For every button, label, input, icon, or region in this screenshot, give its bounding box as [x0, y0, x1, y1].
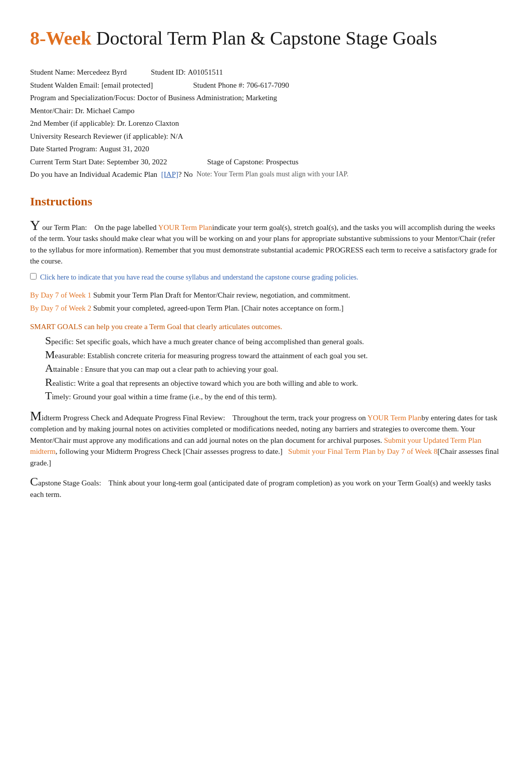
- second-member-value: Dr. Lorenzo Claxton: [117, 118, 179, 129]
- title-rest: Doctoral Term Plan & Capstone Stage Goal…: [91, 28, 437, 49]
- phone-label: Student Phone #:: [193, 80, 244, 91]
- midterm-text3: , following your Midterm Progress Check …: [56, 447, 283, 455]
- mentor-value: Dr. Michael Campo: [75, 105, 135, 117]
- program-label: Program and Specialization/Focus:: [30, 92, 135, 104]
- smart-text: Ground your goal within a time frame (i.…: [73, 393, 277, 401]
- smart-goals-list: Specific: Set specific goals, which have…: [30, 335, 502, 403]
- id-value: A01051511: [188, 67, 223, 78]
- info-row-term-start: Current Term Start Date: September 30, 2…: [30, 156, 502, 168]
- deadline2-text: Submit your completed, agreed-upon Term …: [93, 304, 344, 312]
- info-row-reviewer: University Research Reviewer (if applica…: [30, 131, 502, 142]
- term-start-value: September 30, 2022: [107, 156, 167, 168]
- name-label: Student Name:: [30, 67, 75, 78]
- mentor-label: Mentor/Chair:: [30, 105, 73, 117]
- smart-list-item: Specific: Set specific goals, which have…: [45, 335, 502, 348]
- smart-text: Establish concrete criteria for measurin…: [87, 352, 368, 360]
- smart-list-item: Attainable : Ensure that you can map out…: [45, 363, 502, 375]
- midterm-text1: Throughout the term, track your progress…: [232, 414, 367, 422]
- iap-link[interactable]: [IAP]: [161, 169, 178, 180]
- reviewer-label: University Research Reviewer (if applica…: [30, 131, 168, 142]
- id-label: Student ID:: [151, 67, 186, 78]
- capstone-heading-rest: apstone Stage Goals:: [38, 479, 101, 487]
- smart-rest-label: pecific:: [51, 338, 74, 346]
- smart-list-item: Timely: Ground your goal within a time f…: [45, 390, 502, 403]
- deadline-row-2: By Day 7 of Week 2 Submit your completed…: [30, 303, 502, 314]
- term-plan-label-rest: our Term Plan:: [42, 223, 87, 231]
- smart-letter: M: [45, 348, 55, 361]
- capstone-section: Capstone Stage Goals: Think about your l…: [30, 475, 502, 500]
- term-plan-link: YOUR Term Plan: [158, 223, 212, 231]
- term-plan-paragraph: Your Term Plan: On the page labelled YOU…: [30, 218, 502, 267]
- smart-goals-title: SMART GOALS can help you create a Term G…: [30, 321, 502, 333]
- midterm-big-m: M: [30, 409, 42, 423]
- smart-rest-label: ealistic:: [53, 379, 76, 387]
- reviewer-value: N/A: [170, 131, 183, 142]
- info-row-program: Program and Specialization/Focus: Doctor…: [30, 92, 502, 104]
- deadline1-text: Submit your Term Plan Draft for Mentor/C…: [93, 291, 350, 299]
- smart-text: Set specific goals, which have a much gr…: [76, 338, 364, 346]
- phone-value: 706-617-7090: [246, 80, 289, 91]
- instructions-title: Instructions: [30, 192, 502, 210]
- page-title: 8-Week Doctoral Term Plan & Capstone Sta…: [30, 24, 502, 53]
- syllabus-checkbox-row[interactable]: Click here to indicate that you have rea…: [30, 272, 502, 283]
- midterm-heading-rest: idterm Progress Check and Adequate Progr…: [42, 414, 225, 422]
- date-started-label: Date Started Program:: [30, 143, 97, 155]
- smart-letter: T: [45, 389, 52, 402]
- deadline-row-1: By Day 7 of Week 1 Submit your Term Plan…: [30, 290, 502, 301]
- smart-rest-label: ttainable :: [53, 365, 83, 373]
- midterm-link: YOUR Term Plan: [367, 414, 421, 422]
- info-row-second-member: 2nd Member (if applicable): Dr. Lorenzo …: [30, 118, 502, 129]
- info-row-date-started: Date Started Program: August 31, 2020: [30, 143, 502, 155]
- info-row-iap: Do you have an Individual Academic Plan …: [30, 169, 502, 180]
- smart-letter: A: [45, 362, 53, 374]
- smart-list-item: Realistic: Write a goal that represents …: [45, 377, 502, 389]
- info-row-email: Student Walden Email: [email protected] …: [30, 80, 502, 91]
- smart-text: Ensure that you can map out a clear path…: [85, 365, 278, 373]
- week-label: 8-Week: [30, 28, 91, 49]
- capstone-value: Prospectus: [266, 156, 299, 168]
- smart-text: Write a goal that represents an objectiv…: [78, 379, 358, 387]
- capstone-label: Stage of Capstone:: [207, 156, 263, 168]
- program-value: Doctor of Business Administration; Marke…: [137, 92, 277, 104]
- midterm-final-link[interactable]: Submit your Final Term Plan by Day 7 of …: [288, 447, 437, 455]
- syllabus-checkbox-label: Click here to indicate that you have rea…: [40, 272, 358, 283]
- email-value: [email protected]: [102, 80, 153, 91]
- term-plan-big-y: Y: [30, 217, 40, 233]
- deadline1-prefix: By Day 7 of Week 1: [30, 291, 91, 299]
- smart-letter: R: [45, 376, 53, 388]
- term-start-label: Current Term Start Date:: [30, 156, 105, 168]
- iap-no: ? No: [178, 169, 193, 180]
- smart-letter: S: [45, 334, 51, 347]
- iap-note: Note: Your Term Plan goals must align wi…: [196, 169, 348, 180]
- email-label: Student Walden Email:: [30, 80, 100, 91]
- date-started-value: August 31, 2020: [99, 143, 149, 155]
- smart-rest-label: imely:: [52, 393, 71, 401]
- term-plan-text1: On the page labelled: [95, 223, 158, 231]
- smart-rest-label: easurable:: [55, 352, 86, 360]
- second-member-label: 2nd Member (if applicable):: [30, 118, 115, 129]
- student-info-section: Student Name: Mercedeez Byrd Student ID:…: [30, 67, 502, 180]
- syllabus-checkbox[interactable]: [30, 273, 37, 280]
- info-row-name: Student Name: Mercedeez Byrd Student ID:…: [30, 67, 502, 78]
- info-row-mentor: Mentor/Chair: Dr. Michael Campo: [30, 105, 502, 117]
- deadline2-prefix: By Day 7 of Week 2: [30, 304, 91, 312]
- midterm-section: Midterm Progress Check and Adequate Prog…: [30, 410, 502, 469]
- smart-list-item: Measurable: Establish concrete criteria …: [45, 349, 502, 362]
- iap-question-label: Do you have an Individual Academic Plan: [30, 169, 157, 180]
- capstone-big-c: C: [30, 475, 38, 488]
- name-value: Mercedeez Byrd: [77, 67, 127, 78]
